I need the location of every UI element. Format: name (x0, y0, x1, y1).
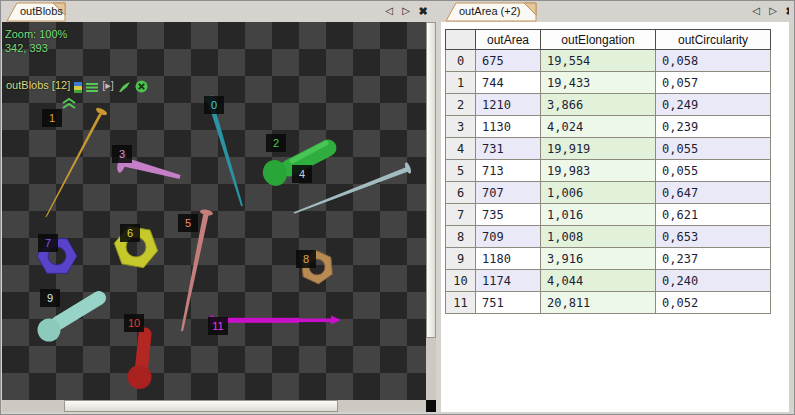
image-preview-panel: outBlobs ◁ ▷ ✖ (1, 1, 438, 415)
data-cell[interactable]: 1130 (476, 116, 541, 138)
table-row: 212103,8660,249 (446, 94, 771, 116)
next-tab-button[interactable]: ▷ (399, 4, 413, 18)
remove-layer-icon[interactable] (135, 79, 148, 91)
row-header-cell[interactable]: 5 (446, 160, 476, 182)
blob-number-label: 11 (208, 317, 228, 335)
data-cell[interactable]: 1210 (476, 94, 541, 116)
row-header-cell[interactable]: 8 (446, 226, 476, 248)
data-cell[interactable]: 751 (476, 292, 541, 314)
draw-icon[interactable] (118, 79, 131, 91)
data-table-panel: outArea outElongation outCircularity 067… (441, 1, 795, 415)
window-right-edge (789, 1, 795, 415)
blob-number-label: 1 (42, 109, 62, 127)
vertical-scrollbar-thumb[interactable] (426, 22, 436, 338)
data-cell[interactable]: 713 (476, 160, 541, 182)
right-tabstrip: outArea (+2) ◁ ▷ ✖ (441, 1, 795, 22)
prev-tab-button[interactable]: ◁ (749, 4, 763, 18)
data-cell[interactable]: 0,239 (656, 116, 771, 138)
collapse-icon[interactable] (61, 96, 77, 108)
left-tabstrip: outBlobs ◁ ▷ ✖ (1, 1, 438, 22)
row-header-cell[interactable]: 0 (446, 50, 476, 72)
data-cell[interactable]: 1180 (476, 248, 541, 270)
data-cell[interactable]: 19,554 (541, 50, 656, 72)
blob-11 (210, 316, 341, 326)
data-cell[interactable]: 1174 (476, 270, 541, 292)
image-canvas[interactable]: 01234567891011 Zoom: 100% 342, 393 outBl… (2, 22, 426, 400)
blob-number-label: 4 (292, 165, 312, 183)
app-window: outBlobs ◁ ▷ ✖ (0, 0, 795, 415)
table-row: 67071,0060,647 (446, 182, 771, 204)
prev-tab-button[interactable]: ◁ (382, 4, 396, 18)
data-cell[interactable]: 1,016 (541, 204, 656, 226)
data-cell[interactable]: 3,866 (541, 94, 656, 116)
row-header-cell[interactable]: 2 (446, 94, 476, 116)
data-cell[interactable]: 20,811 (541, 292, 656, 314)
data-cell[interactable]: 0,057 (656, 72, 771, 94)
data-cell[interactable]: 0,653 (656, 226, 771, 248)
row-header-cell[interactable]: 10 (446, 270, 476, 292)
data-cell[interactable]: 0,249 (656, 94, 771, 116)
next-tab-button[interactable]: ▷ (766, 4, 780, 18)
vertical-scrollbar[interactable] (426, 22, 436, 400)
horizontal-scrollbar[interactable] (2, 400, 426, 412)
results-tbody: 067519,5540,058174419,4330,057212103,866… (446, 50, 771, 314)
row-header-cell[interactable]: 1 (446, 72, 476, 94)
layer-toolbar: outBlobs [12] [▸] (6, 79, 148, 91)
tab-outarea[interactable]: outArea (+2) (445, 2, 537, 22)
blob-number-label: 9 (40, 289, 60, 307)
column-header-outelongation[interactable]: outElongation (541, 30, 656, 50)
blob-number-label: 7 (38, 234, 58, 252)
data-cell[interactable]: 0,058 (656, 50, 771, 72)
table-row: 1011744,0440,240 (446, 270, 771, 292)
tab-outblobs[interactable]: outBlobs (6, 2, 66, 22)
data-cell[interactable]: 0,237 (656, 248, 771, 270)
data-cell[interactable]: 735 (476, 204, 541, 226)
row-header-cell[interactable]: 9 (446, 248, 476, 270)
row-header-cell[interactable]: 4 (446, 138, 476, 160)
data-cell[interactable]: 0,621 (656, 204, 771, 226)
row-header-cell[interactable]: 3 (446, 116, 476, 138)
row-header-cell[interactable]: 11 (446, 292, 476, 314)
blob-number-label: 6 (120, 224, 140, 242)
data-cell[interactable]: 19,433 (541, 72, 656, 94)
blob-number-label: 8 (296, 250, 316, 268)
layer-color-icon[interactable] (74, 79, 82, 91)
table-row: 067519,5540,058 (446, 50, 771, 72)
data-cell[interactable]: 0,647 (656, 182, 771, 204)
tab-label: outArea (+2) (445, 2, 537, 17)
data-cell[interactable]: 731 (476, 138, 541, 160)
horizontal-scrollbar-thumb[interactable] (64, 400, 338, 412)
data-cell[interactable]: 0,240 (656, 270, 771, 292)
data-cell[interactable]: 19,983 (541, 160, 656, 182)
data-cell[interactable]: 4,024 (541, 116, 656, 138)
data-cell[interactable]: 744 (476, 72, 541, 94)
blob-number-label: 2 (266, 134, 286, 152)
data-cell[interactable]: 0,052 (656, 292, 771, 314)
table-header: outArea outElongation outCircularity (446, 30, 771, 50)
table-row: 311304,0240,239 (446, 116, 771, 138)
blob-number-label: 5 (178, 214, 198, 232)
data-cell[interactable]: 675 (476, 50, 541, 72)
row-header-cell[interactable]: 6 (446, 182, 476, 204)
blob-number-label: 3 (112, 145, 132, 163)
table-row: 1175120,8110,052 (446, 292, 771, 314)
data-cell[interactable]: 709 (476, 226, 541, 248)
blob-number-label: 0 (204, 96, 224, 114)
row-header-cell[interactable]: 7 (446, 204, 476, 226)
data-cell[interactable]: 1,006 (541, 182, 656, 204)
column-header-outarea[interactable]: outArea (476, 30, 541, 50)
blob-number-label: 10 (124, 314, 144, 332)
data-cell[interactable]: 3,916 (541, 248, 656, 270)
data-cell[interactable]: 4,044 (541, 270, 656, 292)
data-cell[interactable]: 1,008 (541, 226, 656, 248)
corner-header-cell[interactable] (446, 30, 476, 50)
data-cell[interactable]: 0,055 (656, 160, 771, 182)
data-cell[interactable]: 19,919 (541, 138, 656, 160)
column-header-outcircularity[interactable]: outCircularity (656, 30, 771, 50)
menu-icon[interactable] (86, 79, 98, 91)
close-panel-button[interactable]: ✖ (416, 4, 430, 18)
data-cell[interactable]: 707 (476, 182, 541, 204)
fit-icon[interactable]: [▸] (102, 79, 114, 91)
zoom-level-text: Zoom: 100% (5, 28, 67, 40)
data-cell[interactable]: 0,055 (656, 138, 771, 160)
